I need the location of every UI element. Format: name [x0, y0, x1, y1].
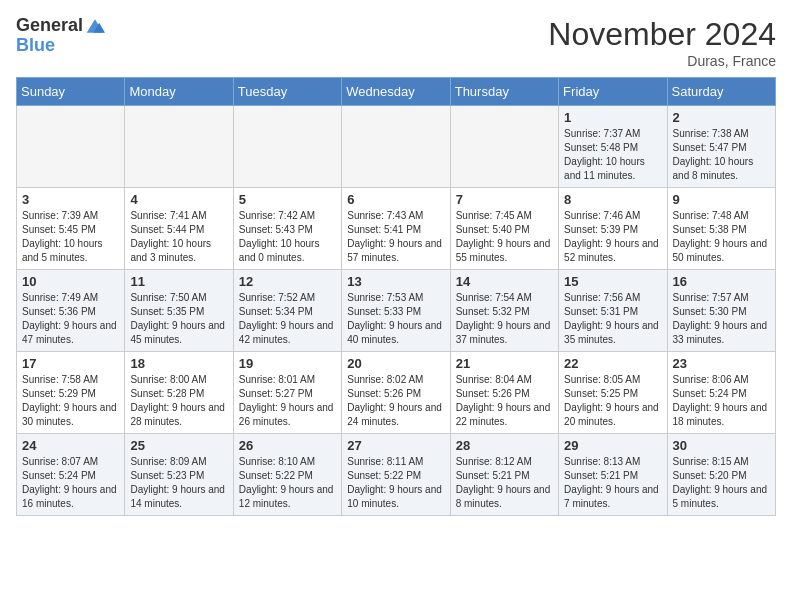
calendar-week: 3Sunrise: 7:39 AM Sunset: 5:45 PM Daylig… [17, 188, 776, 270]
day-number: 13 [347, 274, 444, 289]
day-number: 9 [673, 192, 770, 207]
day-info: Sunrise: 7:42 AM Sunset: 5:43 PM Dayligh… [239, 209, 336, 265]
day-info: Sunrise: 8:09 AM Sunset: 5:23 PM Dayligh… [130, 455, 227, 511]
calendar-cell: 10Sunrise: 7:49 AM Sunset: 5:36 PM Dayli… [17, 270, 125, 352]
calendar-cell: 21Sunrise: 8:04 AM Sunset: 5:26 PM Dayli… [450, 352, 558, 434]
calendar-cell: 29Sunrise: 8:13 AM Sunset: 5:21 PM Dayli… [559, 434, 667, 516]
day-info: Sunrise: 7:56 AM Sunset: 5:31 PM Dayligh… [564, 291, 661, 347]
calendar-cell: 1Sunrise: 7:37 AM Sunset: 5:48 PM Daylig… [559, 106, 667, 188]
day-info: Sunrise: 8:11 AM Sunset: 5:22 PM Dayligh… [347, 455, 444, 511]
calendar-cell: 6Sunrise: 7:43 AM Sunset: 5:41 PM Daylig… [342, 188, 450, 270]
day-number: 24 [22, 438, 119, 453]
day-info: Sunrise: 8:01 AM Sunset: 5:27 PM Dayligh… [239, 373, 336, 429]
calendar-cell: 5Sunrise: 7:42 AM Sunset: 5:43 PM Daylig… [233, 188, 341, 270]
day-info: Sunrise: 7:49 AM Sunset: 5:36 PM Dayligh… [22, 291, 119, 347]
day-info: Sunrise: 8:15 AM Sunset: 5:20 PM Dayligh… [673, 455, 770, 511]
day-info: Sunrise: 8:10 AM Sunset: 5:22 PM Dayligh… [239, 455, 336, 511]
day-header: Saturday [667, 78, 775, 106]
day-number: 28 [456, 438, 553, 453]
calendar-cell [233, 106, 341, 188]
day-info: Sunrise: 7:53 AM Sunset: 5:33 PM Dayligh… [347, 291, 444, 347]
day-header: Sunday [17, 78, 125, 106]
calendar-cell: 20Sunrise: 8:02 AM Sunset: 5:26 PM Dayli… [342, 352, 450, 434]
calendar-cell: 4Sunrise: 7:41 AM Sunset: 5:44 PM Daylig… [125, 188, 233, 270]
day-info: Sunrise: 7:39 AM Sunset: 5:45 PM Dayligh… [22, 209, 119, 265]
calendar-table: SundayMondayTuesdayWednesdayThursdayFrid… [16, 77, 776, 516]
calendar-cell: 24Sunrise: 8:07 AM Sunset: 5:24 PM Dayli… [17, 434, 125, 516]
day-info: Sunrise: 7:54 AM Sunset: 5:32 PM Dayligh… [456, 291, 553, 347]
day-info: Sunrise: 8:05 AM Sunset: 5:25 PM Dayligh… [564, 373, 661, 429]
calendar-week: 24Sunrise: 8:07 AM Sunset: 5:24 PM Dayli… [17, 434, 776, 516]
calendar-cell: 11Sunrise: 7:50 AM Sunset: 5:35 PM Dayli… [125, 270, 233, 352]
day-number: 29 [564, 438, 661, 453]
day-number: 27 [347, 438, 444, 453]
calendar-cell [17, 106, 125, 188]
calendar-header: SundayMondayTuesdayWednesdayThursdayFrid… [17, 78, 776, 106]
day-number: 17 [22, 356, 119, 371]
calendar-body: 1Sunrise: 7:37 AM Sunset: 5:48 PM Daylig… [17, 106, 776, 516]
day-number: 22 [564, 356, 661, 371]
calendar-week: 10Sunrise: 7:49 AM Sunset: 5:36 PM Dayli… [17, 270, 776, 352]
calendar-cell: 13Sunrise: 7:53 AM Sunset: 5:33 PM Dayli… [342, 270, 450, 352]
logo-blue: Blue [16, 36, 105, 56]
day-info: Sunrise: 8:12 AM Sunset: 5:21 PM Dayligh… [456, 455, 553, 511]
calendar-cell: 17Sunrise: 7:58 AM Sunset: 5:29 PM Dayli… [17, 352, 125, 434]
day-number: 23 [673, 356, 770, 371]
calendar-cell: 26Sunrise: 8:10 AM Sunset: 5:22 PM Dayli… [233, 434, 341, 516]
day-info: Sunrise: 7:38 AM Sunset: 5:47 PM Dayligh… [673, 127, 770, 183]
calendar-cell: 12Sunrise: 7:52 AM Sunset: 5:34 PM Dayli… [233, 270, 341, 352]
day-number: 19 [239, 356, 336, 371]
day-info: Sunrise: 7:45 AM Sunset: 5:40 PM Dayligh… [456, 209, 553, 265]
day-number: 15 [564, 274, 661, 289]
location: Duras, France [548, 53, 776, 69]
page-header: General Blue November 2024 Duras, France [16, 16, 776, 69]
day-info: Sunrise: 7:43 AM Sunset: 5:41 PM Dayligh… [347, 209, 444, 265]
day-header: Tuesday [233, 78, 341, 106]
day-number: 7 [456, 192, 553, 207]
calendar-cell: 23Sunrise: 8:06 AM Sunset: 5:24 PM Dayli… [667, 352, 775, 434]
calendar-cell: 16Sunrise: 7:57 AM Sunset: 5:30 PM Dayli… [667, 270, 775, 352]
calendar-cell: 14Sunrise: 7:54 AM Sunset: 5:32 PM Dayli… [450, 270, 558, 352]
day-number: 20 [347, 356, 444, 371]
day-number: 3 [22, 192, 119, 207]
day-info: Sunrise: 8:13 AM Sunset: 5:21 PM Dayligh… [564, 455, 661, 511]
day-number: 16 [673, 274, 770, 289]
day-number: 4 [130, 192, 227, 207]
day-info: Sunrise: 8:06 AM Sunset: 5:24 PM Dayligh… [673, 373, 770, 429]
day-number: 6 [347, 192, 444, 207]
calendar-cell: 25Sunrise: 8:09 AM Sunset: 5:23 PM Dayli… [125, 434, 233, 516]
calendar-cell [125, 106, 233, 188]
day-info: Sunrise: 7:58 AM Sunset: 5:29 PM Dayligh… [22, 373, 119, 429]
day-number: 5 [239, 192, 336, 207]
day-number: 2 [673, 110, 770, 125]
day-info: Sunrise: 7:41 AM Sunset: 5:44 PM Dayligh… [130, 209, 227, 265]
calendar-cell: 22Sunrise: 8:05 AM Sunset: 5:25 PM Dayli… [559, 352, 667, 434]
day-number: 1 [564, 110, 661, 125]
calendar-cell: 8Sunrise: 7:46 AM Sunset: 5:39 PM Daylig… [559, 188, 667, 270]
calendar-cell: 2Sunrise: 7:38 AM Sunset: 5:47 PM Daylig… [667, 106, 775, 188]
logo-general: General [16, 16, 83, 36]
calendar-cell: 19Sunrise: 8:01 AM Sunset: 5:27 PM Dayli… [233, 352, 341, 434]
calendar-cell: 27Sunrise: 8:11 AM Sunset: 5:22 PM Dayli… [342, 434, 450, 516]
calendar-week: 1Sunrise: 7:37 AM Sunset: 5:48 PM Daylig… [17, 106, 776, 188]
day-header: Monday [125, 78, 233, 106]
day-header: Thursday [450, 78, 558, 106]
day-info: Sunrise: 7:50 AM Sunset: 5:35 PM Dayligh… [130, 291, 227, 347]
calendar-cell: 7Sunrise: 7:45 AM Sunset: 5:40 PM Daylig… [450, 188, 558, 270]
day-number: 26 [239, 438, 336, 453]
logo: General Blue [16, 16, 105, 56]
calendar-cell: 28Sunrise: 8:12 AM Sunset: 5:21 PM Dayli… [450, 434, 558, 516]
day-number: 8 [564, 192, 661, 207]
day-info: Sunrise: 8:02 AM Sunset: 5:26 PM Dayligh… [347, 373, 444, 429]
day-info: Sunrise: 7:48 AM Sunset: 5:38 PM Dayligh… [673, 209, 770, 265]
logo-icon [85, 16, 105, 36]
day-number: 25 [130, 438, 227, 453]
day-info: Sunrise: 8:00 AM Sunset: 5:28 PM Dayligh… [130, 373, 227, 429]
day-info: Sunrise: 7:52 AM Sunset: 5:34 PM Dayligh… [239, 291, 336, 347]
day-number: 21 [456, 356, 553, 371]
title-section: November 2024 Duras, France [548, 16, 776, 69]
calendar-cell: 15Sunrise: 7:56 AM Sunset: 5:31 PM Dayli… [559, 270, 667, 352]
day-info: Sunrise: 7:46 AM Sunset: 5:39 PM Dayligh… [564, 209, 661, 265]
day-number: 11 [130, 274, 227, 289]
month-title: November 2024 [548, 16, 776, 53]
